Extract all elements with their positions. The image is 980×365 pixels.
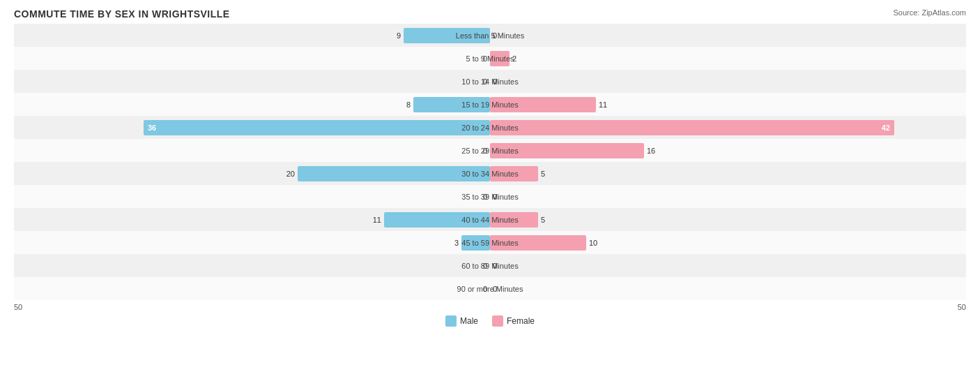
bar-row: 05 to 9 Minutes2 — [14, 47, 966, 70]
bars-area: 9Less than 5 Minutes005 to 9 Minutes2010… — [14, 24, 966, 300]
right-half: 11 — [490, 93, 966, 116]
legend-male: Male — [445, 315, 478, 327]
bar-row: 9Less than 5 Minutes0 — [14, 24, 966, 47]
row-label: 5 to 9 Minutes — [466, 54, 514, 63]
right-half: 5 — [490, 162, 966, 185]
left-half: 20 — [14, 162, 490, 185]
row-label: 20 to 24 Minutes — [461, 124, 518, 132]
female-value: 16 — [647, 147, 655, 155]
right-half: 0 — [490, 70, 966, 93]
female-value: 42 — [882, 124, 890, 132]
left-half: 0 — [14, 277, 490, 300]
row-label: 40 to 44 Minutes — [461, 216, 518, 224]
bar-row: 035 to 39 Minutes0 — [14, 185, 966, 208]
row-label: 45 to 59 Minutes — [461, 239, 518, 247]
chart-title: COMMUTE TIME BY SEX IN WRIGHTSVILLE — [14, 8, 966, 20]
right-half: 42 — [490, 116, 966, 139]
male-value: 36 — [148, 124, 156, 132]
legend-male-box — [445, 315, 457, 327]
bar-row: 815 to 19 Minutes11 — [14, 93, 966, 116]
axis-right: 50 — [958, 303, 966, 311]
female-value: 11 — [599, 100, 607, 109]
bar-row: 3620 to 24 Minutes42 — [14, 116, 966, 139]
male-value: 8 — [406, 100, 411, 109]
bar-row: 2030 to 34 Minutes5 — [14, 162, 966, 185]
axis-left: 50 — [14, 303, 22, 311]
bar-row: 090 or more Minutes0 — [14, 277, 966, 300]
right-half: 0 — [490, 277, 966, 300]
legend-female-box — [492, 315, 503, 327]
male-value: 9 — [397, 31, 401, 40]
left-half: 0 — [14, 185, 490, 208]
left-half: 36 — [14, 116, 490, 139]
left-half: 0 — [14, 47, 490, 70]
row-label: 10 to 14 Minutes — [461, 77, 518, 86]
row-label: 25 to 29 Minutes — [461, 147, 518, 155]
right-half: 0 — [490, 254, 966, 277]
row-label: 90 or more Minutes — [457, 285, 523, 293]
row-label: 15 to 19 Minutes — [461, 100, 518, 109]
bar-row: 1140 to 44 Minutes5 — [14, 208, 966, 231]
female-value: 5 — [541, 170, 545, 178]
legend: Male Female — [14, 315, 966, 327]
left-half: 0 — [14, 254, 490, 277]
bar-row: 345 to 59 Minutes10 — [14, 231, 966, 254]
female-value: 10 — [589, 239, 597, 247]
female-bar: 42 — [490, 120, 894, 135]
male-value: 3 — [454, 239, 459, 247]
right-half: 16 — [490, 139, 966, 162]
right-half: 2 — [490, 47, 966, 70]
axis-row: 50 50 — [14, 303, 966, 311]
left-half: 0 — [14, 70, 490, 93]
chart-container: COMMUTE TIME BY SEX IN WRIGHTSVILLE Sour… — [0, 0, 980, 365]
legend-female: Female — [492, 315, 535, 327]
row-label: 60 to 89 Minutes — [461, 262, 518, 270]
source-text: Source: ZipAtlas.com — [893, 8, 966, 17]
right-half: 10 — [490, 231, 966, 254]
bar-row: 010 to 14 Minutes0 — [14, 70, 966, 93]
legend-male-label: Male — [460, 316, 478, 326]
left-half: 11 — [14, 208, 490, 231]
female-value: 5 — [541, 216, 545, 224]
right-half: 0 — [490, 185, 966, 208]
right-half: 5 — [490, 208, 966, 231]
bar-row: 025 to 29 Minutes16 — [14, 139, 966, 162]
left-half: 0 — [14, 139, 490, 162]
row-label: Less than 5 Minutes — [456, 31, 524, 40]
right-half: 0 — [490, 24, 966, 47]
row-label: 30 to 34 Minutes — [461, 170, 518, 178]
male-value: 20 — [286, 170, 295, 178]
left-half: 8 — [14, 93, 490, 116]
bar-row: 060 to 89 Minutes0 — [14, 254, 966, 277]
male-bar: 36 — [144, 120, 490, 135]
left-half: 3 — [14, 231, 490, 254]
male-value: 11 — [373, 216, 381, 224]
row-label: 35 to 39 Minutes — [461, 193, 518, 201]
left-half: 9 — [14, 24, 490, 47]
legend-female-label: Female — [507, 316, 535, 326]
